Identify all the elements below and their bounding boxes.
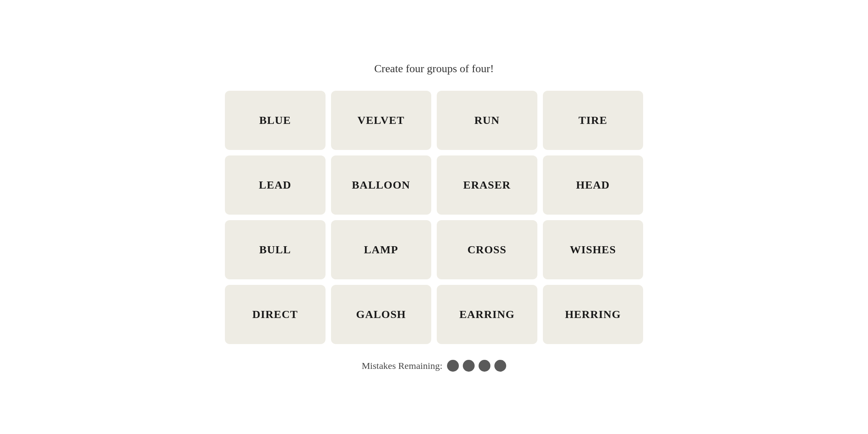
card-label-blue: BLUE (259, 114, 291, 127)
card-run[interactable]: RUN (437, 91, 537, 150)
card-lamp[interactable]: LAMP (331, 220, 432, 279)
card-balloon[interactable]: BALLOON (331, 155, 432, 215)
mistake-dot-3 (479, 360, 490, 372)
card-label-lamp: LAMP (364, 243, 398, 256)
dots-container (447, 360, 506, 372)
subtitle: Create four groups of four! (374, 62, 494, 75)
card-label-wishes: WISHES (570, 243, 616, 256)
card-label-galosh: GALOSH (356, 308, 406, 321)
card-label-lead: LEAD (259, 179, 291, 191)
card-label-herring: HERRING (565, 308, 621, 321)
card-bull[interactable]: BULL (225, 220, 326, 279)
card-label-velvet: VELVET (357, 114, 404, 127)
mistake-dot-1 (447, 360, 459, 372)
card-label-cross: CROSS (468, 243, 507, 256)
mistake-dot-2 (463, 360, 475, 372)
card-cross[interactable]: CROSS (437, 220, 537, 279)
card-herring[interactable]: HERRING (543, 285, 644, 344)
card-wishes[interactable]: WISHES (543, 220, 644, 279)
card-galosh[interactable]: GALOSH (331, 285, 432, 344)
card-label-head: HEAD (576, 179, 610, 191)
card-label-tire: TIRE (578, 114, 607, 127)
word-grid: BLUEVELVETRUNTIRELEADBALLOONERASERHEADBU… (225, 91, 643, 344)
mistake-dot-4 (494, 360, 506, 372)
card-label-bull: BULL (259, 243, 291, 256)
card-label-run: RUN (474, 114, 499, 127)
mistakes-row: Mistakes Remaining: (362, 360, 507, 372)
mistakes-label: Mistakes Remaining: (362, 361, 443, 371)
card-label-eraser: ERASER (463, 179, 511, 191)
card-eraser[interactable]: ERASER (437, 155, 537, 215)
card-label-earring: EARRING (459, 308, 514, 321)
page-wrapper: Create four groups of four! BLUEVELVETRU… (217, 62, 651, 372)
card-blue[interactable]: BLUE (225, 91, 326, 150)
card-tire[interactable]: TIRE (543, 91, 644, 150)
card-label-balloon: BALLOON (352, 179, 410, 191)
card-earring[interactable]: EARRING (437, 285, 537, 344)
card-lead[interactable]: LEAD (225, 155, 326, 215)
card-direct[interactable]: DIRECT (225, 285, 326, 344)
card-label-direct: DIRECT (252, 308, 298, 321)
card-head[interactable]: HEAD (543, 155, 644, 215)
card-velvet[interactable]: VELVET (331, 91, 432, 150)
